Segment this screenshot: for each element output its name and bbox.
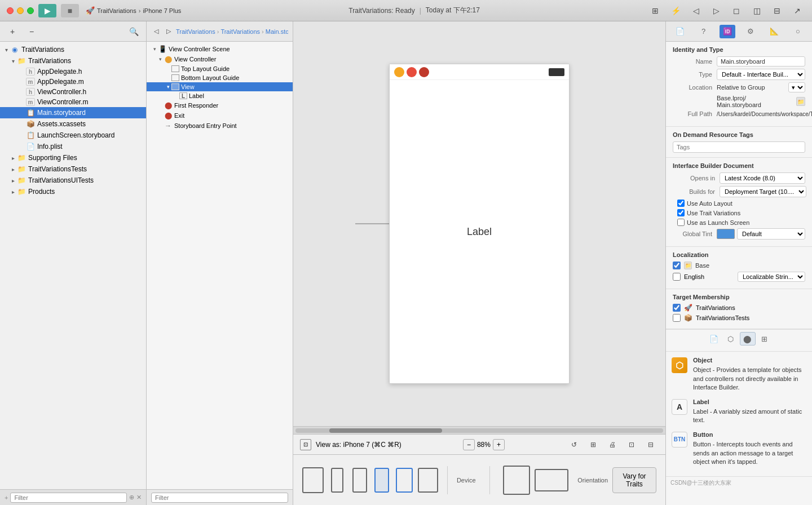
launch-screen-check[interactable]	[677, 219, 685, 226]
vary-traits-button[interactable]: Vary for Traits	[612, 467, 656, 493]
export-btn[interactable]: ⊟	[643, 437, 659, 452]
scene-item-bottom-guide[interactable]: Bottom Layout Guide	[147, 73, 293, 82]
inspector-tab-connections[interactable]: ○	[790, 25, 806, 38]
vary-traits-btn[interactable]: Vary for Traits	[612, 467, 656, 493]
bc-item[interactable]: TraitVariations	[176, 28, 215, 35]
close-button[interactable]	[7, 7, 14, 14]
scheme-selector[interactable]: 🚀 TraitVariations › iPhone 7 Plus	[86, 6, 181, 15]
tree-item-tv[interactable]: 📁 TraitVariations	[0, 55, 146, 67]
inspector-tab-file[interactable]: 📄	[672, 25, 688, 38]
inspector-btn[interactable]: ↗	[789, 3, 805, 18]
device-iphone7plus[interactable]	[395, 463, 413, 498]
opens-in-select[interactable]: Latest Xcode (8.0)	[720, 172, 805, 184]
version-editor[interactable]: ⊟	[769, 3, 785, 18]
location-select[interactable]: ▾	[788, 82, 805, 92]
inspector-tab-size[interactable]: 📐	[766, 25, 782, 38]
tree-item-launch[interactable]: 📋 LaunchScreen.storyboard	[0, 130, 146, 141]
folder-icon: 📁	[17, 165, 26, 174]
inspector-tab-attributes[interactable]: ⚙	[743, 25, 758, 38]
remove-file-btn[interactable]: −	[24, 24, 39, 39]
scene-item-exit[interactable]: ⬤ Exit	[147, 110, 293, 121]
auto-layout-check[interactable]	[677, 200, 685, 207]
tvt-membership-check[interactable]	[673, 314, 681, 322]
new-file-btn[interactable]: +	[5, 24, 20, 39]
tree-item-appdel-m[interactable]: m AppDelegate.m	[0, 77, 146, 87]
scene-item-responder[interactable]: ⬤ First Responder	[147, 100, 293, 110]
scene-nav-forward[interactable]: ▷	[164, 26, 174, 37]
nav-back[interactable]: ◁	[688, 3, 704, 18]
zoom-out-btn[interactable]: −	[463, 439, 475, 450]
landscape-btn[interactable]	[535, 469, 568, 491]
scene-filter-input[interactable]	[151, 493, 288, 503]
inspector-tab-identity[interactable]: 🆔	[720, 25, 735, 38]
layout-toggle[interactable]: ⊞	[647, 3, 663, 18]
device-iphone7[interactable]	[351, 463, 369, 498]
scene-item-label[interactable]: L Label	[147, 91, 293, 100]
english-check[interactable]	[673, 273, 681, 281]
tree-item-products[interactable]: 📁 Products	[0, 186, 146, 197]
stop-button[interactable]: ■	[61, 4, 79, 17]
tree-item-tvuitests[interactable]: 📁 TraitVariationsUITests	[0, 175, 146, 186]
base-check[interactable]	[673, 262, 681, 269]
tv-membership-check[interactable]	[673, 304, 681, 312]
file-filter-input[interactable]	[10, 493, 127, 503]
hscroll-thumb[interactable]	[329, 428, 442, 433]
run-button[interactable]: ▶	[38, 4, 56, 17]
tint-select[interactable]: Default	[737, 228, 805, 240]
lib-tab-shape[interactable]: ⬡	[723, 332, 739, 345]
lib-tab-file[interactable]: 📄	[706, 332, 722, 345]
device-iphone7-selected[interactable]	[373, 463, 391, 498]
scene-item-vc[interactable]: ▾ ⬤ View Controller	[147, 54, 293, 64]
bc-item[interactable]: TraitVariations	[220, 28, 260, 35]
tree-item-appdel-h[interactable]: h AppDelegate.h	[0, 67, 146, 77]
localization-section: Localization 📁 Base English Localizable …	[666, 247, 812, 289]
scene-item-scene[interactable]: ▾ 📱 View Controller Scene	[147, 44, 293, 54]
localizable-select[interactable]: Localizable Strin...	[738, 272, 805, 282]
activities-btn[interactable]: ⚡	[668, 3, 683, 18]
print-btn[interactable]: 🖨	[604, 437, 620, 452]
more-btn[interactable]: ⊡	[624, 437, 639, 452]
standard-editor[interactable]: ◻	[729, 3, 744, 18]
tree-item-vc-m[interactable]: m ViewController.m	[0, 97, 146, 107]
scene-item-view[interactable]: ▾ View	[147, 82, 293, 91]
tree-item-main-sb[interactable]: 📋 Main.storyboard	[0, 107, 146, 118]
filter-icon: ⊕	[129, 494, 134, 501]
lib-tab-media[interactable]: ⊞	[757, 332, 773, 345]
minimize-button[interactable]	[17, 7, 24, 14]
object-icon-letter: ⬡	[676, 360, 683, 371]
canvas-hscroll[interactable]	[293, 426, 665, 434]
bc-item[interactable]: Main.storyboard	[266, 28, 288, 35]
tree-item-root[interactable]: ◉ TraitVariations	[0, 44, 146, 55]
device-iphone-se[interactable]	[328, 463, 346, 498]
name-input[interactable]	[717, 56, 805, 67]
nav-forward[interactable]: ▷	[708, 3, 724, 18]
trait-variations-check[interactable]	[677, 209, 685, 216]
device-ipadpro[interactable]	[418, 463, 438, 498]
inspector-tab-quick[interactable]: ?	[696, 25, 712, 38]
tags-input[interactable]	[673, 141, 805, 153]
search-btn[interactable]: 🔍	[126, 24, 142, 39]
maximize-button[interactable]	[27, 7, 34, 14]
layout-btn[interactable]: ⊞	[585, 437, 601, 452]
english-row: English Localizable Strin...	[673, 272, 805, 282]
tree-item-assets[interactable]: 📦 Assets.xcassets	[0, 118, 146, 130]
scene-item-top-guide[interactable]: Top Layout Guide	[147, 64, 293, 73]
builds-for-select[interactable]: Deployment Target (10....	[720, 186, 806, 197]
zoom-in-btn[interactable]: +	[493, 439, 505, 450]
tint-swatch[interactable]	[717, 229, 735, 239]
location-browse-btn[interactable]: 📁	[796, 97, 805, 106]
scene-item-entry[interactable]: → Storyboard Entry Point	[147, 121, 293, 131]
portrait-btn[interactable]	[503, 466, 530, 495]
tree-item-tvtests[interactable]: 📁 TraitVariationsTests	[0, 163, 146, 175]
refresh-btn[interactable]: ↺	[566, 437, 582, 452]
type-select[interactable]: Default - Interface Buil...	[717, 69, 805, 80]
assistant-editor[interactable]: ◫	[749, 3, 765, 18]
scene-nav-back[interactable]: ◁	[151, 26, 161, 37]
device-ipad[interactable]	[302, 463, 324, 498]
tree-item-info[interactable]: 📄 Info.plist	[0, 141, 146, 152]
layout-toggle-btn[interactable]: ⊡	[300, 439, 311, 450]
tree-item-vc-h[interactable]: h ViewController.h	[0, 87, 146, 97]
lib-tab-object[interactable]: ⬤	[740, 332, 756, 345]
tree-item-supporting[interactable]: 📁 Supporting Files	[0, 152, 146, 163]
canvas-area[interactable]: Label	[293, 21, 665, 426]
